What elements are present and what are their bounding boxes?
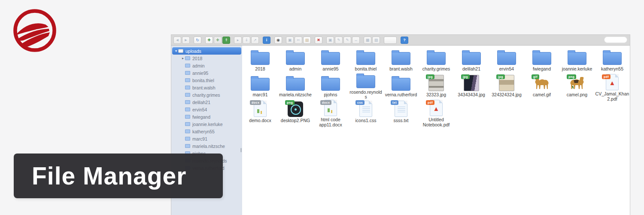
back-button[interactable]: ◄ <box>173 37 181 44</box>
file-item[interactable]: gif camel.gif <box>524 74 559 100</box>
select-file-button[interactable]: ↗ <box>251 37 259 44</box>
file-item[interactable]: jpg 32323.jpg <box>419 74 454 100</box>
toolbar-button-icon: ✚ <box>216 38 219 42</box>
forward-button[interactable]: ► <box>182 37 190 44</box>
tree-item[interactable]: katheryn55 <box>172 128 241 135</box>
file-icon <box>419 48 454 65</box>
file-item[interactable]: png desktop2.PNG <box>278 100 313 126</box>
file-item[interactable]: verna.rutherford <box>383 74 419 100</box>
resize-button[interactable]: ↔ <box>352 37 360 44</box>
tree-item[interactable]: ervin54 <box>172 106 241 113</box>
file-name: ervin54 <box>499 67 514 72</box>
tree-folder-icon <box>185 64 190 68</box>
tree-item[interactable]: fwiegand <box>172 113 241 120</box>
search-input[interactable] <box>604 37 627 43</box>
file-name: mariela.nitzsche <box>279 92 312 98</box>
tree-item[interactable]: brant.walsh <box>172 84 241 91</box>
tree-item[interactable]: admin <box>172 62 241 69</box>
file-item[interactable]: katheryn55 <box>595 48 630 74</box>
file-icon: gif <box>524 74 559 91</box>
tree-item[interactable]: annie95 <box>172 69 241 77</box>
tree-item[interactable]: ▸ 2018 <box>172 55 241 62</box>
file-item[interactable]: charity.grimes <box>419 48 454 74</box>
tree-scrollbar-thumb[interactable] <box>240 148 242 152</box>
file-icon <box>383 48 419 65</box>
archive-button[interactable]: ▦ <box>364 37 371 44</box>
file-icon <box>454 48 489 65</box>
view-button[interactable] <box>384 37 397 44</box>
tree-folder-icon <box>185 78 190 82</box>
tree-item-label: brant.walsh <box>192 85 216 90</box>
info-button[interactable]: i <box>263 37 270 44</box>
tree-item-label: admin <box>192 63 205 68</box>
tree-expand-arrow[interactable]: ▸ <box>181 56 185 60</box>
rename-button[interactable]: ✎ <box>335 37 343 44</box>
file-item[interactable]: 2018 <box>243 48 278 74</box>
new-file-button[interactable]: ✚ <box>214 37 222 44</box>
copy-button[interactable]: ▣ <box>286 37 294 44</box>
file-item[interactable]: joannie.kerluke <box>559 48 595 74</box>
tree-item[interactable]: bonita.thiel <box>172 77 241 84</box>
file-item[interactable]: pjohns <box>313 74 348 100</box>
file-item[interactable]: annie95 <box>313 48 348 74</box>
file-item[interactable]: marc91 <box>243 74 278 100</box>
file-item[interactable]: jpg 324324324.jpg <box>489 74 524 100</box>
file-item[interactable]: ervin54 <box>489 48 524 74</box>
file-item[interactable]: pdf Untitled Notebook.pdf <box>419 100 454 126</box>
file-item[interactable]: png camel.png <box>559 74 595 100</box>
tree-expand-arrow[interactable]: ▾ <box>174 49 178 53</box>
delete-button[interactable]: ✖ <box>315 37 322 44</box>
toolbar-button-icon: ⇑ <box>225 38 228 42</box>
tree-folder-icon <box>178 49 183 53</box>
tree-item[interactable]: charity.grimes <box>172 91 241 98</box>
file-item[interactable]: docx html code app11.docx <box>313 100 348 126</box>
file-item[interactable]: css icons1.css <box>348 100 383 126</box>
file-item[interactable]: fwiegand <box>524 48 559 74</box>
file-item[interactable]: pdf CV_Jamal_Khan2.pdf <box>595 74 630 100</box>
file-name: brant.walsh <box>389 67 413 72</box>
file-item[interactable]: rosendo.reynolds <box>348 74 383 100</box>
file-item[interactable]: mariela.nitzsche <box>278 74 313 100</box>
duplicate-button[interactable]: ▣ <box>326 37 334 44</box>
tree-folder-icon <box>185 71 190 75</box>
file-item[interactable]: bonita.thiel <box>348 48 383 74</box>
file-name: demo.docx <box>249 118 271 123</box>
download-button[interactable]: ⇓ <box>243 37 250 44</box>
file-icon <box>595 48 630 65</box>
help-button[interactable]: ? <box>401 37 408 44</box>
file-item[interactable]: brant.walsh <box>383 48 419 74</box>
open-button[interactable]: ▸ <box>234 37 242 44</box>
preview-button[interactable]: ◉ <box>274 37 282 44</box>
eagle-logo <box>12 8 58 53</box>
file-icon-art <box>392 78 410 91</box>
paste-button[interactable]: ▤ <box>303 37 311 44</box>
cut-button[interactable]: ✂ <box>295 37 302 44</box>
file-icon-art <box>251 78 270 91</box>
file-type-badge: jpg <box>496 74 505 79</box>
edit-button[interactable]: ✎ <box>343 37 351 44</box>
file-item[interactable]: delilah21 <box>454 48 489 74</box>
tree-item[interactable]: ▾ uploads <box>172 47 241 55</box>
file-type-badge: txt <box>391 100 398 105</box>
tree-item-label: charity.grimes <box>192 92 220 98</box>
file-name: icons1.css <box>355 118 376 123</box>
file-name: pjohns <box>324 92 337 98</box>
file-name: bonita.thiel <box>355 67 377 72</box>
new-folder-button[interactable]: ✚ <box>205 37 213 44</box>
file-item[interactable]: txt ssss.txt <box>383 100 419 126</box>
reload-button[interactable]: ↻ <box>194 37 201 44</box>
file-item[interactable]: docx demo.docx <box>243 100 278 126</box>
file-icon <box>348 48 383 65</box>
toolbar-button-icon: ↗ <box>253 38 257 42</box>
extract-button[interactable]: ▧ <box>372 37 380 44</box>
toolbar-button-icon: ✚ <box>207 38 211 42</box>
tree-item[interactable]: joannie.kerluke <box>172 120 241 128</box>
tree-item[interactable]: mariela.nitzsche <box>172 142 241 150</box>
tree-item[interactable]: delilah21 <box>172 98 241 106</box>
tree-item[interactable]: marc91 <box>172 135 241 142</box>
file-item[interactable]: admin <box>278 48 313 74</box>
file-name: Untitled Notebook.pdf <box>419 117 453 127</box>
tree-folder-icon <box>185 115 190 119</box>
file-item[interactable]: jpg 34343434.jpg <box>454 74 489 100</box>
upload-button[interactable]: ⇑ <box>222 37 230 44</box>
